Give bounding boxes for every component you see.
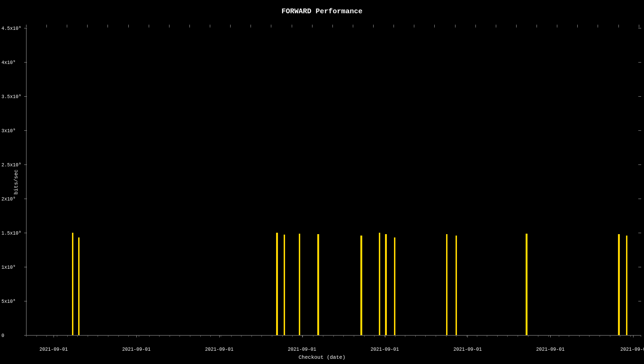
x-minor-tick-mark bbox=[518, 336, 518, 337]
top-tick-mark bbox=[373, 25, 374, 27]
x-minor-tick-mark bbox=[313, 336, 313, 337]
x-minor-tick-mark bbox=[599, 336, 600, 337]
x-minor-tick-mark bbox=[446, 336, 447, 337]
top-tick-mark bbox=[250, 25, 251, 27]
y-tick-label: 3x10⁹ bbox=[1, 128, 16, 134]
x-tick-label: 2021-09-01 bbox=[205, 347, 233, 352]
data-bar bbox=[394, 237, 395, 336]
x-minor-tick-mark bbox=[179, 336, 180, 337]
x-minor-tick-mark bbox=[139, 336, 139, 337]
x-minor-tick-mark bbox=[477, 336, 477, 337]
y-tick-mark-left bbox=[24, 62, 27, 63]
x-minor-tick-mark bbox=[190, 336, 190, 337]
top-tick-mark bbox=[332, 25, 333, 27]
top-tick-mark bbox=[312, 25, 313, 27]
y-tick-mark-right bbox=[638, 301, 641, 301]
x-axis-line bbox=[26, 335, 639, 336]
data-bar bbox=[385, 234, 387, 336]
top-tick-mark bbox=[271, 25, 271, 27]
y-tick-label: 3.5x10⁹ bbox=[1, 94, 21, 100]
x-minor-tick-mark bbox=[108, 336, 108, 337]
x-minor-tick-mark bbox=[118, 336, 119, 337]
x-tick-label: 2021-09-01 bbox=[288, 347, 316, 352]
x-minor-tick-mark bbox=[231, 336, 232, 337]
top-tick-mark bbox=[537, 25, 537, 27]
top-tick-mark bbox=[210, 25, 210, 27]
top-tick-mark bbox=[618, 25, 619, 27]
top-tick-mark bbox=[128, 25, 129, 27]
x-minor-tick-mark bbox=[272, 336, 272, 337]
x-minor-tick-mark bbox=[159, 336, 160, 337]
y-tick-mark-right bbox=[638, 96, 641, 97]
top-tick-mark bbox=[26, 25, 27, 27]
top-tick-mark bbox=[107, 25, 108, 27]
x-minor-tick-mark bbox=[251, 336, 252, 337]
y-tick-mark-right bbox=[638, 164, 641, 165]
top-tick-mark bbox=[149, 25, 149, 27]
top-tick-mark bbox=[46, 25, 47, 27]
chart-title: FORWARD Performance bbox=[0, 8, 644, 16]
top-tick-mark bbox=[598, 25, 598, 27]
top-tick-mark bbox=[475, 25, 476, 27]
y-tick-label: 4x10⁹ bbox=[1, 60, 16, 65]
y-tick-label: 1.5x10⁹ bbox=[1, 230, 21, 236]
x-minor-tick-mark bbox=[425, 336, 426, 337]
y-tick-mark-right bbox=[638, 199, 641, 199]
y-axis-label: bits/sec bbox=[13, 170, 19, 195]
top-tick-mark bbox=[414, 25, 414, 27]
top-tick-mark bbox=[189, 25, 190, 27]
x-minor-tick-mark bbox=[466, 336, 467, 337]
y-tick-mark-right bbox=[638, 28, 641, 28]
x-minor-tick-mark bbox=[497, 336, 498, 337]
x-minor-tick-mark bbox=[487, 336, 487, 337]
x-minor-tick-mark bbox=[170, 336, 170, 337]
x-minor-tick-mark bbox=[200, 336, 201, 337]
data-bar bbox=[317, 234, 319, 336]
x-minor-tick-mark bbox=[323, 336, 323, 337]
x-minor-tick-mark bbox=[67, 336, 68, 337]
x-minor-tick-mark bbox=[405, 336, 405, 337]
x-minor-tick-mark bbox=[210, 336, 211, 337]
x-minor-tick-mark bbox=[354, 336, 354, 337]
x-minor-tick-mark bbox=[620, 336, 620, 337]
y-axis-line bbox=[26, 28, 27, 336]
x-minor-tick-mark bbox=[282, 336, 283, 337]
x-minor-tick-mark bbox=[36, 336, 37, 337]
x-tick-label: 2021-09-01 bbox=[536, 347, 564, 352]
x-minor-tick-mark bbox=[98, 336, 98, 337]
y-tick-mark-left bbox=[24, 233, 27, 233]
x-minor-tick-mark bbox=[364, 336, 365, 337]
x-minor-tick-mark bbox=[569, 336, 569, 337]
top-tick-mark bbox=[557, 25, 557, 27]
data-bar bbox=[78, 237, 80, 336]
y-tick-label: 4.5x10⁹ bbox=[1, 26, 21, 31]
x-minor-tick-mark bbox=[149, 336, 150, 337]
data-bar bbox=[276, 233, 278, 336]
y-tick-mark-right bbox=[638, 62, 641, 63]
top-tick-mark bbox=[639, 25, 639, 27]
data-bar bbox=[360, 236, 362, 336]
x-tick-label: 2021-09-01 bbox=[453, 347, 482, 352]
y-tick-mark-left bbox=[24, 267, 27, 267]
x-minor-tick-mark bbox=[333, 336, 334, 337]
x-minor-tick-mark bbox=[26, 336, 27, 337]
y-tick-mark-left bbox=[24, 96, 27, 97]
top-tick-mark bbox=[434, 25, 435, 27]
x-minor-tick-mark bbox=[395, 336, 395, 337]
top-tick-mark bbox=[169, 25, 170, 27]
x-axis-label: Checkout (date) bbox=[0, 355, 644, 360]
y-tick-mark-left bbox=[24, 130, 27, 131]
data-bar bbox=[446, 234, 447, 336]
top-tick-mark bbox=[496, 25, 496, 27]
x-minor-tick-mark bbox=[538, 336, 538, 337]
y-tick-label: 5x10⁸ bbox=[1, 299, 16, 304]
data-bar bbox=[526, 234, 528, 336]
data-bar bbox=[456, 236, 457, 336]
x-tick-label: 2021-09-01 bbox=[122, 347, 151, 352]
data-bar bbox=[626, 236, 627, 336]
x-minor-tick-mark bbox=[221, 336, 221, 337]
x-minor-tick-mark bbox=[77, 336, 78, 337]
y-tick-label: 2.5x10⁹ bbox=[1, 162, 21, 168]
x-minor-tick-mark bbox=[456, 336, 456, 337]
x-minor-tick-mark bbox=[46, 336, 47, 337]
